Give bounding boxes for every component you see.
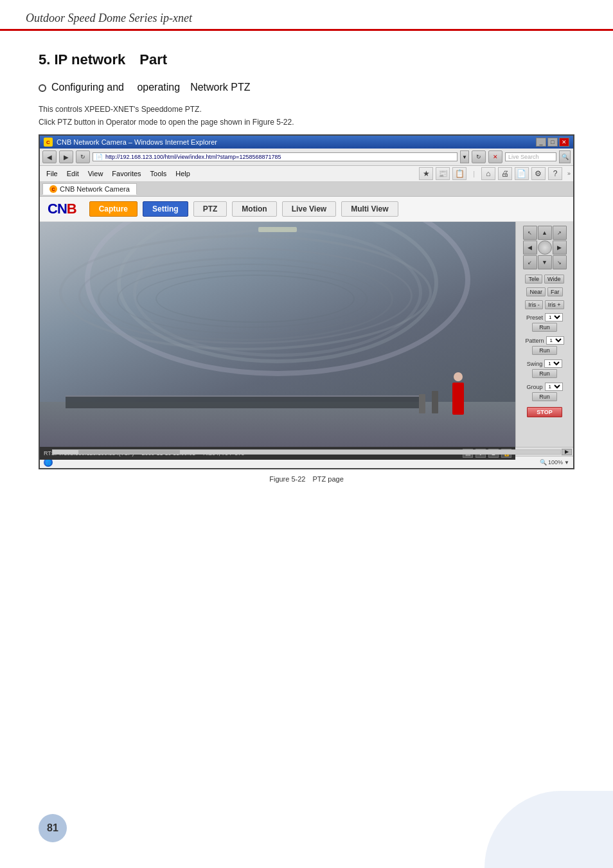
ptz-direction-grid: ↖ ▲ ↗ ◀ ▶ ↙ ▼ ↘ — [523, 226, 567, 269]
zoom-display[interactable]: 🔍 100% ▼ — [540, 459, 569, 466]
ptz-left-button[interactable]: ◀ — [523, 240, 537, 255]
bullet-circle — [39, 84, 46, 92]
ptz-swing-select[interactable]: 12 — [544, 359, 562, 368]
feeds-icon[interactable]: 📰 — [436, 167, 450, 180]
ptz-controls-panel: ↖ ▲ ↗ ◀ ▶ ↙ ▼ ↘ Tele — [515, 222, 573, 447]
ptz-tele-wide-row: Tele Wide — [519, 275, 571, 284]
ptz-far-button[interactable]: Far — [547, 287, 563, 296]
person-dark-1 — [432, 391, 438, 413]
ptz-center-button[interactable] — [538, 240, 552, 255]
history-icon[interactable]: 📋 — [452, 167, 466, 180]
ptz-upleft-button[interactable]: ↖ — [523, 226, 537, 240]
nav-tab-ptz[interactable]: PTZ — [193, 201, 227, 217]
ptz-upright-button[interactable]: ↗ — [553, 226, 567, 240]
ptz-pattern-select[interactable]: 12 — [546, 336, 564, 345]
titlebar-text: CNB Network Camera – Windows Internet Ex… — [57, 138, 217, 146]
ptz-pattern-group: Pattern 12 Run — [519, 336, 571, 355]
go-refresh[interactable]: ↻ — [472, 150, 486, 163]
menu-view[interactable]: View — [84, 169, 107, 178]
minimize-button[interactable]: _ — [536, 138, 546, 147]
address-bar[interactable]: 📄 http://192.168.123.100/html/view/index… — [93, 152, 458, 161]
titlebar-controls[interactable]: _ □ ✕ — [536, 138, 569, 147]
titlebar-left: C CNB Network Camera – Windows Internet … — [44, 138, 217, 147]
browser-tab-active[interactable]: C CNB Network Camera — [42, 183, 137, 195]
ptz-up-button[interactable]: ▲ — [538, 226, 552, 240]
search-box[interactable]: Live Search — [505, 152, 556, 161]
figure-caption: Figure 5-22 PTZ page — [39, 475, 574, 484]
nav-tab-capture[interactable]: Capture — [89, 201, 138, 217]
scroll-track[interactable] — [52, 449, 561, 455]
camera-logo: CNB — [48, 201, 76, 217]
desc1: This controls XPEED-XNET's Speeddome PTZ… — [39, 105, 574, 114]
nav-tab-multiview[interactable]: Multi View — [341, 201, 398, 217]
ptz-tele-button[interactable]: Tele — [525, 275, 542, 284]
ptz-stop-button[interactable]: STOP — [527, 407, 562, 417]
help-icon[interactable]: ? — [548, 167, 562, 180]
ptz-pattern-run-button[interactable]: Run — [532, 346, 557, 355]
stop-button[interactable]: ✕ — [488, 150, 502, 163]
nav-tab-liveview[interactable]: Live View — [282, 201, 336, 217]
section-title: 5. IP network Part — [39, 50, 574, 69]
camera-navbar: CNB Capture Setting PTZ Motion Live View… — [40, 197, 573, 222]
menu-edit[interactable]: Edit — [63, 169, 83, 178]
camera-ui-container: CNB Capture Setting PTZ Motion Live View… — [40, 197, 573, 447]
ptz-group-select[interactable]: 12 — [545, 383, 563, 391]
ptz-right-button[interactable]: ▶ — [553, 240, 567, 255]
ptz-near-far-row: Near Far — [519, 287, 571, 296]
zoom-value: 100% — [548, 459, 563, 466]
menu-tools[interactable]: Tools — [147, 169, 171, 178]
ptz-group-group: Group 12 Run — [519, 383, 571, 401]
toolbar-right: ★ 📰 📋 | ⌂ 🖨 📄 ⚙ ? » — [419, 167, 571, 180]
tools-icon[interactable]: ⚙ — [531, 167, 546, 180]
arch-9 — [155, 275, 355, 323]
scroll-thumb — [78, 450, 180, 454]
page-header: Outdoor Speed Dome Series ip-xnet — [0, 0, 613, 31]
browser-addressbar: ◀ ▶ ↻ 📄 http://192.168.123.100/html/view… — [40, 149, 573, 166]
print-icon[interactable]: 🖨 — [498, 167, 512, 180]
ptz-preset-run-button[interactable]: Run — [532, 323, 557, 332]
scroll-right-button[interactable]: ▶ — [562, 449, 572, 455]
nav-tab-setting[interactable]: Setting — [143, 201, 188, 217]
light-fixture — [258, 227, 297, 232]
decorative-arc — [484, 791, 613, 868]
search-go-button[interactable]: 🔍 — [559, 150, 571, 163]
ptz-swing-label: Swing — [527, 361, 543, 367]
ptz-swing-row: Swing 12 — [527, 359, 563, 368]
ptz-preset-row: Preset 123 — [526, 313, 563, 321]
tab-label: CNB Network Camera — [60, 185, 130, 193]
subsection-title: Configuring and operating Network PTZ — [39, 81, 574, 95]
ptz-pattern-label: Pattern — [525, 338, 544, 344]
favorites-icon[interactable]: ★ — [419, 167, 433, 180]
floor-area — [40, 402, 515, 447]
ptz-wide-button[interactable]: Wide — [544, 275, 564, 284]
menu-file[interactable]: File — [42, 169, 62, 178]
page-icon[interactable]: 📄 — [515, 167, 529, 180]
forward-button[interactable]: ▶ — [59, 150, 73, 163]
tab-favicon: C — [49, 185, 57, 193]
counter-area — [66, 395, 419, 408]
ptz-group-run-button[interactable]: Run — [532, 392, 557, 401]
ptz-downleft-button[interactable]: ↙ — [523, 255, 537, 269]
page-footer: 81 — [39, 814, 67, 842]
ptz-swing-run-button[interactable]: Run — [532, 369, 557, 378]
ptz-iris-plus-button[interactable]: Iris + — [545, 300, 564, 309]
ptz-down-button[interactable]: ▼ — [538, 255, 552, 269]
refresh-button[interactable]: ↻ — [76, 150, 90, 163]
back-button[interactable]: ◀ — [42, 150, 57, 163]
person-dark-2 — [419, 394, 425, 413]
close-button[interactable]: ✕ — [559, 138, 569, 147]
ptz-iris-row: Iris - Iris + — [519, 300, 571, 309]
ptz-preset-select[interactable]: 123 — [545, 313, 563, 321]
browser-tabbar: C CNB Network Camera — [40, 182, 573, 197]
address-icon: 📄 — [96, 154, 103, 160]
address-dropdown[interactable]: ▼ — [460, 150, 469, 163]
maximize-button[interactable]: □ — [547, 138, 558, 147]
ptz-iris-minus-button[interactable]: Iris - — [525, 300, 543, 309]
ptz-downright-button[interactable]: ↘ — [553, 255, 567, 269]
ptz-near-button[interactable]: Near — [526, 287, 546, 296]
menu-favorites[interactable]: Favorites — [108, 169, 145, 178]
menu-help[interactable]: Help — [172, 169, 194, 178]
home-icon[interactable]: ⌂ — [481, 167, 495, 180]
nav-tab-motion[interactable]: Motion — [232, 201, 276, 217]
ptz-preset-label: Preset — [526, 314, 543, 321]
